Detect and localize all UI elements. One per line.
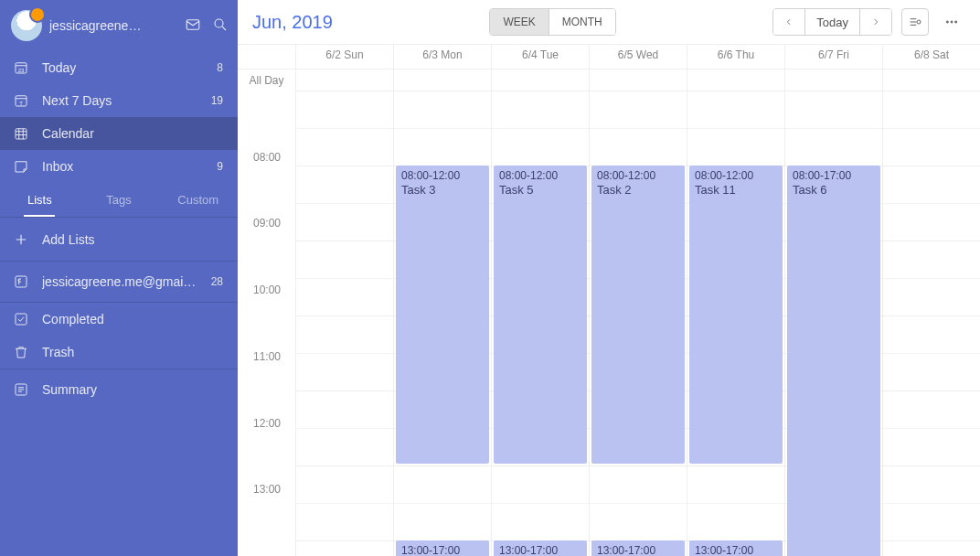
trash-label: Trash (42, 345, 74, 359)
sidebar-completed[interactable]: Completed (0, 303, 238, 336)
allday-cell[interactable] (589, 70, 687, 91)
calendar-event[interactable]: 13:00-17:00Task 1 (396, 540, 489, 556)
svg-point-12 (951, 21, 953, 23)
nav-label: Calendar (42, 126, 94, 141)
sidebar-item-today[interactable]: 23Today8 (0, 51, 238, 84)
day-column[interactable]: 08:00-12:00Task 313:00-17:00Task 1 (393, 91, 491, 556)
filter-button[interactable] (901, 8, 929, 36)
next-button[interactable] (859, 9, 891, 35)
hour-label: 10:00 (238, 283, 288, 350)
allday-cell[interactable] (491, 70, 589, 91)
sidebar-account[interactable]: jessicagreene.me@gmail.… 28 (0, 262, 238, 302)
allday-cell[interactable] (687, 70, 784, 91)
event-time: 08:00-12:00 (401, 169, 484, 182)
event-title: Task 11 (695, 183, 777, 197)
trash-icon (13, 344, 29, 360)
sidebar: jessicagreene… 23Today8TNext 7 Days19Cal… (0, 0, 238, 556)
event-time: 08:00-12:00 (499, 169, 581, 182)
event-time: 13:00-17:00 (695, 544, 777, 556)
allday-label: All Day (238, 70, 295, 91)
calendar-event[interactable]: 13:00-17:00Task 10 (689, 540, 783, 556)
check-icon (13, 311, 29, 327)
hour-label: 08:00 (238, 151, 288, 218)
sidebar-item-inbox[interactable]: Inbox9 (0, 150, 238, 183)
day-column[interactable]: 08:00-12:00Task 513:00-17:00Task 4 (491, 91, 589, 556)
day-header-cell: 6/2 Sun (295, 45, 393, 69)
day-header: 6/2 Sun6/3 Mon6/4 Tue6/5 Wed6/6 Thu6/7 F… (238, 45, 980, 69)
chevron-left-icon (784, 17, 794, 27)
event-time: 13:00-17:00 (401, 544, 484, 556)
main: Jun, 2019 WEEK MONTH Today 6/2 Sun6/3 Mo… (238, 0, 980, 556)
more-button[interactable] (938, 8, 965, 36)
prev-button[interactable] (773, 9, 804, 35)
view-week[interactable]: WEEK (490, 9, 548, 35)
day-header-cell: 6/4 Tue (491, 45, 589, 69)
sidebar-header: jessicagreene… (0, 0, 238, 51)
allday-cell[interactable] (393, 70, 491, 91)
day-column[interactable]: 08:00-17:00Task 6 (784, 91, 882, 556)
view-month[interactable]: MONTH (549, 9, 615, 35)
event-time: 08:00-17:00 (793, 169, 875, 182)
notification-icon[interactable] (185, 16, 201, 36)
svg-rect-0 (186, 19, 199, 29)
allday-row: All Day (238, 69, 980, 91)
tab-lists[interactable]: Lists (0, 183, 80, 217)
nav-label: Today (42, 60, 76, 75)
account-label: jessicagreene.me@gmail.… (42, 274, 198, 289)
sidebar-summary[interactable]: Summary (0, 369, 238, 410)
username[interactable]: jessicagreene… (49, 18, 177, 33)
sidebar-nav: 23Today8TNext 7 Days19CalendarInbox9 (0, 51, 238, 183)
hour-label: 09:00 (238, 217, 288, 283)
day-header-cell: 6/7 Fri (784, 45, 882, 69)
event-time: 08:00-12:00 (695, 169, 777, 182)
svg-point-10 (917, 20, 921, 24)
day-column[interactable] (295, 91, 393, 556)
tab-custom[interactable]: Custom (158, 183, 238, 217)
nav-count: 8 (217, 61, 223, 74)
day-column[interactable] (882, 91, 980, 556)
topbar: Jun, 2019 WEEK MONTH Today (238, 0, 980, 44)
event-title: Task 6 (793, 183, 875, 197)
avatar[interactable] (11, 10, 42, 41)
calendar-event[interactable]: 08:00-12:00Task 5 (494, 166, 587, 464)
view-toggle: WEEK MONTH (489, 8, 615, 36)
calendar-event[interactable]: 08:00-12:00Task 2 (591, 166, 685, 464)
event-title: Task 2 (597, 183, 679, 197)
summary-icon (13, 381, 29, 398)
allday-cell[interactable] (882, 70, 980, 91)
calendar-event[interactable]: 08:00-17:00Task 6 (787, 166, 880, 556)
add-lists-label: Add Lists (42, 232, 95, 247)
grid-columns[interactable]: 08:00-12:00Task 313:00-17:00Task 108:00-… (295, 91, 980, 556)
calendar-event[interactable]: 13:00-17:00Task 12 (591, 540, 685, 556)
tab-tags[interactable]: Tags (80, 183, 159, 217)
account-icon (13, 273, 29, 290)
svg-rect-8 (16, 314, 27, 325)
allday-cell[interactable] (295, 70, 393, 91)
add-lists[interactable]: Add Lists (0, 218, 238, 262)
plus-icon (13, 231, 29, 248)
calendar-event[interactable]: 08:00-12:00Task 3 (396, 166, 489, 464)
event-title: Task 3 (401, 183, 484, 197)
svg-point-13 (955, 21, 957, 23)
chevron-right-icon (871, 17, 880, 27)
nav-count: 9 (217, 160, 223, 173)
page-title: Jun, 2019 (252, 12, 333, 33)
svg-point-1 (215, 19, 223, 27)
today-button[interactable]: Today (804, 9, 859, 35)
sidebar-trash[interactable]: Trash (0, 336, 238, 369)
nav-label: Inbox (42, 159, 73, 174)
calendar-event[interactable]: 08:00-12:00Task 11 (689, 166, 783, 464)
search-icon[interactable] (212, 16, 229, 36)
nav-count: 19 (211, 94, 223, 107)
day-column[interactable]: 08:00-12:00Task 213:00-17:00Task 12 (589, 91, 687, 556)
nav-icon (13, 158, 29, 175)
sidebar-item-calendar[interactable]: Calendar (0, 117, 238, 150)
more-icon (944, 15, 959, 29)
event-time: 13:00-17:00 (499, 544, 581, 556)
calendar-event[interactable]: 13:00-17:00Task 4 (494, 540, 587, 556)
sidebar-item-next-7-days[interactable]: TNext 7 Days19 (0, 84, 238, 117)
calendar: 6/2 Sun6/3 Mon6/4 Tue6/5 Wed6/6 Thu6/7 F… (238, 44, 980, 556)
allday-cell[interactable] (784, 70, 882, 91)
event-title: Task 5 (499, 183, 581, 197)
day-column[interactable]: 08:00-12:00Task 1113:00-17:00Task 10 (687, 91, 784, 556)
